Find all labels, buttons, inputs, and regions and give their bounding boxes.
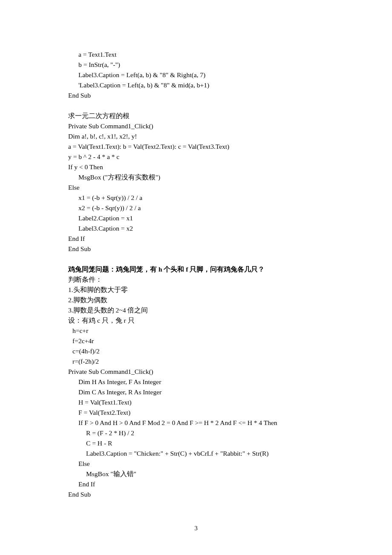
text-line: 2.脚数为偶数 bbox=[68, 295, 324, 305]
code-line: a = Val(Text1.Text): b = Val(Text2.Text)… bbox=[68, 142, 324, 152]
code-line: End Sub bbox=[68, 489, 324, 500]
code-line: MsgBox "输入错" bbox=[68, 469, 324, 479]
code-line: If y < 0 Then bbox=[68, 162, 324, 172]
code-line: x1 = (-b + Sqr(y)) / 2 / a bbox=[68, 193, 324, 203]
code-line: Label2.Caption = x1 bbox=[68, 213, 324, 223]
code-line: F = Val(Text2.Text) bbox=[68, 408, 324, 418]
code-line: Label3.Caption = x2 bbox=[68, 223, 324, 234]
code-line: End Sub bbox=[68, 244, 324, 254]
text-line: r=(f-2h)/2 bbox=[68, 356, 324, 367]
text-line: f=2c+4r bbox=[68, 336, 324, 346]
code-line: Label3.Caption = "Chicken:" + Str(C) + v… bbox=[68, 448, 324, 459]
text-line: 设：有鸡 c 只，兔 r 只 bbox=[68, 315, 324, 326]
code-line: Private Sub Command1_Click() bbox=[68, 367, 324, 377]
code-line: y = b ^ 2 - 4 * a * c bbox=[68, 152, 324, 162]
code-line: C = H - R bbox=[68, 438, 324, 448]
page-content: a = Text1.Text b = InStr(a, "-") Label3.… bbox=[68, 49, 324, 500]
code-line: b = InStr(a, "-") bbox=[68, 60, 324, 70]
code-line: Dim C As Integer, R As Integer bbox=[68, 387, 324, 397]
code-line: 'Label3.Caption = Left(a, b) & "8" & mid… bbox=[68, 80, 324, 90]
section-title: 鸡兔同笼问题：鸡兔同笼，有 h 个头和 f 只脚，问有鸡兔各几只？ bbox=[68, 264, 324, 275]
code-line: Else bbox=[68, 459, 324, 469]
code-line: Else bbox=[68, 182, 324, 193]
code-line: MsgBox ("方程没有实数根") bbox=[68, 172, 324, 182]
code-line: If F > 0 And H > 0 And F Mod 2 = 0 And F… bbox=[68, 418, 324, 428]
code-line: H = Val(Text1.Text) bbox=[68, 397, 324, 408]
code-line: End If bbox=[68, 479, 324, 489]
text-line: 判断条件： bbox=[68, 275, 324, 285]
code-line: Dim H As Integer, F As Integer bbox=[68, 377, 324, 387]
code-line: R = (F - 2 * H) / 2 bbox=[68, 428, 324, 438]
text-line: 3.脚数是头数的 2~4 倍之间 bbox=[68, 305, 324, 315]
section-title: 求一元二次方程的根 bbox=[68, 111, 324, 121]
code-line: Dim a!, b!, c!, x1!, x2!, y! bbox=[68, 131, 324, 142]
code-line: Label3.Caption = Left(a, b) & "8" & Righ… bbox=[68, 70, 324, 80]
page-number: 3 bbox=[0, 525, 392, 532]
code-line: End If bbox=[68, 234, 324, 244]
code-line: End Sub bbox=[68, 90, 324, 101]
text-line: c=(4h-f)/2 bbox=[68, 346, 324, 356]
text-line: h=c+r bbox=[68, 326, 324, 336]
code-line: a = Text1.Text bbox=[68, 49, 324, 60]
text-line: 1.头和脚的数大于零 bbox=[68, 285, 324, 295]
code-line: x2 = (-b - Sqr(y)) / 2 / a bbox=[68, 203, 324, 213]
code-line: Private Sub Command1_Click() bbox=[68, 121, 324, 131]
